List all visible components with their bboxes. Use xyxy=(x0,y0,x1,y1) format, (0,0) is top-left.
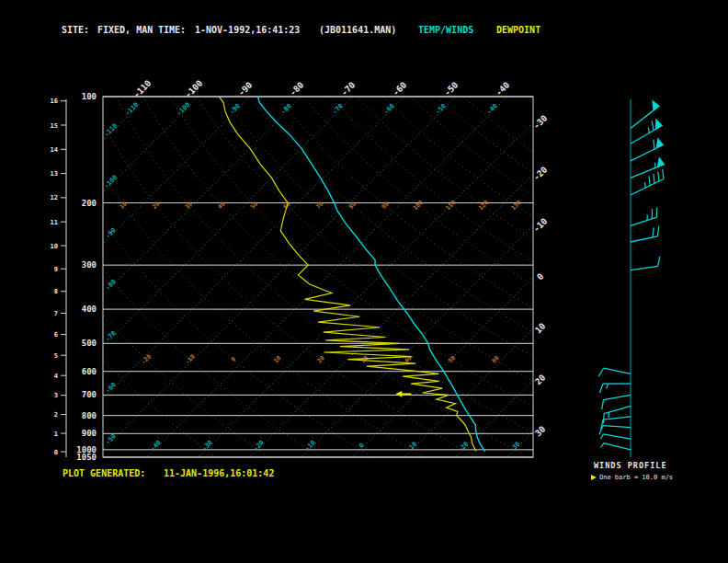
svg-text:-40: -40 xyxy=(149,439,163,453)
svg-text:50: 50 xyxy=(447,354,457,364)
svg-text:900: 900 xyxy=(82,429,97,438)
svg-text:-100: -100 xyxy=(176,101,192,118)
svg-text:-70: -70 xyxy=(104,329,118,343)
svg-text:-20: -20 xyxy=(140,353,153,366)
svg-text:9: 9 xyxy=(54,266,58,273)
svg-text:-90: -90 xyxy=(228,102,242,116)
svg-text:8: 8 xyxy=(54,288,58,295)
plot-frame xyxy=(103,97,533,457)
svg-text:-20: -20 xyxy=(252,439,266,453)
svg-text:-50: -50 xyxy=(434,102,448,116)
svg-text:20: 20 xyxy=(315,354,325,364)
level-marker xyxy=(395,391,411,397)
svg-text:-10: -10 xyxy=(303,439,317,453)
svg-text:-60: -60 xyxy=(391,79,409,98)
svg-text:-90: -90 xyxy=(104,226,118,240)
svg-text:10: 10 xyxy=(51,243,58,250)
plot-generated-value: 11-JAN-1996,16:01:42 xyxy=(164,468,274,478)
svg-text:30: 30 xyxy=(184,201,194,211)
svg-text:-110: -110 xyxy=(124,101,141,118)
legend-arrow-icon xyxy=(591,475,597,480)
svg-text:2: 2 xyxy=(54,411,58,419)
svg-text:110: 110 xyxy=(444,199,457,212)
svg-text:100: 100 xyxy=(82,92,97,101)
svg-text:-60: -60 xyxy=(104,381,118,395)
svg-text:-50: -50 xyxy=(442,79,461,98)
svg-text:7: 7 xyxy=(54,310,58,317)
svg-text:-10: -10 xyxy=(184,353,197,366)
svg-text:90: 90 xyxy=(380,201,390,211)
svg-text:100: 100 xyxy=(412,199,425,212)
svg-text:120: 120 xyxy=(477,199,490,212)
svg-text:60: 60 xyxy=(490,354,500,364)
svg-text:130: 130 xyxy=(510,199,523,212)
svg-text:70: 70 xyxy=(314,201,324,211)
svg-text:80: 80 xyxy=(347,201,358,211)
winds-profile-title: WINDS PROFILE xyxy=(594,461,667,470)
svg-text:-30: -30 xyxy=(200,439,214,453)
svg-text:11: 11 xyxy=(51,219,58,226)
svg-text:-50: -50 xyxy=(104,432,118,446)
svg-text:200: 200 xyxy=(82,199,97,208)
winds-legend: One barb = 10.0 m/s xyxy=(591,474,673,481)
height-axis: 012345678910111213141516 xyxy=(51,98,66,457)
pressure-axis-labels: 10020030040050060070080090010001050 xyxy=(76,92,97,462)
svg-text:14: 14 xyxy=(51,146,58,154)
svg-text:1: 1 xyxy=(54,431,58,438)
svg-text:20: 20 xyxy=(151,201,161,211)
wind-barbs xyxy=(598,99,665,457)
skewt-screen: SITE: FIXED, MAN TIME: 1-NOV-1992,16:41:… xyxy=(0,0,728,563)
svg-text:4: 4 xyxy=(54,373,58,380)
pressure-lines xyxy=(103,97,533,457)
svg-text:10: 10 xyxy=(533,320,548,335)
svg-text:0: 0 xyxy=(230,356,237,363)
dewpoint-trace xyxy=(219,97,476,452)
svg-text:-30: -30 xyxy=(531,112,550,131)
svg-text:-110: -110 xyxy=(103,122,119,139)
svg-text:5: 5 xyxy=(54,352,58,360)
svg-text:-90: -90 xyxy=(236,79,255,98)
svg-text:400: 400 xyxy=(82,304,97,314)
svg-text:13: 13 xyxy=(51,170,58,178)
svg-text:-80: -80 xyxy=(104,278,118,292)
svg-text:-70: -70 xyxy=(331,102,345,116)
svg-text:30: 30 xyxy=(533,423,548,438)
svg-text:-40: -40 xyxy=(494,79,512,98)
svg-text:12: 12 xyxy=(51,194,58,201)
svg-text:-80: -80 xyxy=(279,102,293,116)
svg-text:-60: -60 xyxy=(382,102,396,116)
svg-text:6: 6 xyxy=(54,331,58,339)
svg-text:-20: -20 xyxy=(531,164,550,182)
svg-text:10: 10 xyxy=(118,201,128,211)
svg-text:-100: -100 xyxy=(103,174,119,190)
svg-text:30: 30 xyxy=(359,354,370,364)
adiabat-labels: 102030405060708090100110120130-20-100102… xyxy=(118,199,522,366)
dry-adiabat-lines xyxy=(0,97,728,457)
svg-text:16: 16 xyxy=(51,98,58,105)
svg-text:-80: -80 xyxy=(288,79,306,98)
svg-text:300: 300 xyxy=(82,260,97,270)
winds-legend-text: One barb = 10.0 m/s xyxy=(599,474,673,481)
svg-text:0: 0 xyxy=(54,449,58,456)
svg-text:15: 15 xyxy=(51,122,58,130)
svg-text:800: 800 xyxy=(82,411,97,420)
svg-text:0: 0 xyxy=(535,270,546,282)
svg-text:20: 20 xyxy=(533,372,548,386)
plot-generated-label: PLOT GENERATED: xyxy=(63,468,145,478)
svg-text:1050: 1050 xyxy=(76,453,97,462)
isotherm-labels: -110-110-100-100-90-90-80-80-70-70-60-60… xyxy=(103,101,522,453)
svg-text:10: 10 xyxy=(272,354,282,364)
temperature-trace xyxy=(257,97,484,452)
svg-text:-40: -40 xyxy=(485,102,499,116)
svg-text:-10: -10 xyxy=(531,215,550,234)
svg-text:-70: -70 xyxy=(339,79,358,98)
svg-text:500: 500 xyxy=(82,339,97,348)
svg-text:3: 3 xyxy=(54,392,58,399)
right-temp-labels: -30-20-100102030 xyxy=(531,112,550,438)
svg-text:700: 700 xyxy=(82,390,97,399)
svg-text:600: 600 xyxy=(82,367,97,376)
